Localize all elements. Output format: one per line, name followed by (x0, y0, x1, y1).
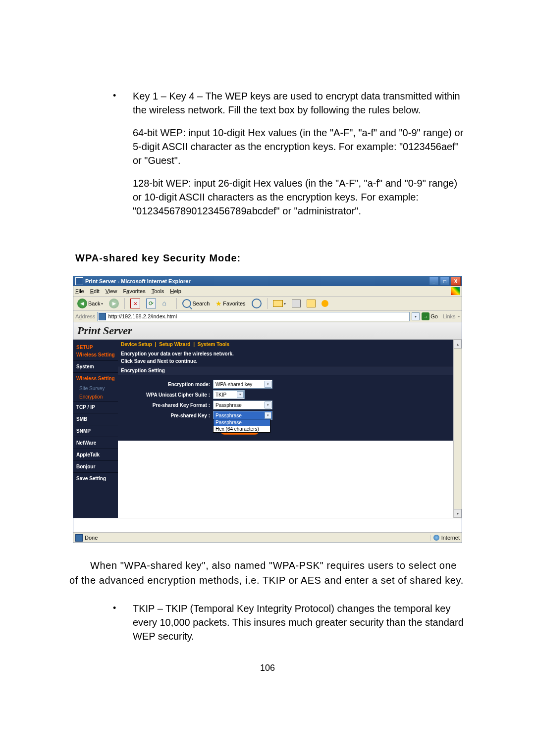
history-button[interactable] (250, 298, 264, 309)
print-icon (292, 300, 301, 307)
mail-button[interactable]: ▾ (271, 299, 288, 308)
sidebar-item-snmp[interactable]: SNMP (73, 425, 118, 437)
close-button[interactable]: X (451, 277, 461, 286)
address-value: http://192.168.2.2/index.html (108, 313, 177, 319)
value-cipher-suite: TKIP (215, 392, 226, 398)
scroll-down-button[interactable]: ▾ (454, 509, 462, 518)
globe-icon (433, 535, 439, 541)
go-button[interactable]: → Go (422, 312, 438, 320)
scrollbar[interactable]: ▴ ▾ (453, 340, 462, 518)
select-key-format[interactable]: Passphrase ▾ (213, 401, 272, 409)
app-body: SETUP Wireless Setting System Wireless S… (73, 340, 453, 518)
edit-button[interactable] (305, 299, 318, 308)
sidebar-item-wireless-setting[interactable]: Wireless Setting (73, 372, 118, 384)
address-label: Address (75, 313, 95, 319)
wep-key-desc: Key 1 – Key 4 – The WEP keys are used to… (133, 89, 466, 218)
value-preshared-key: Passphrase (215, 413, 242, 418)
menu-file[interactable]: File (75, 288, 84, 294)
bullet-dot: • (113, 89, 133, 218)
app-header: Print Server (73, 322, 462, 340)
sidebar-item-netware[interactable]: NetWare (73, 437, 118, 449)
search-icon (182, 299, 191, 308)
address-dropdown[interactable]: ▾ (412, 312, 420, 320)
forward-icon: ► (109, 299, 119, 308)
done-icon (75, 534, 83, 542)
encryption-setting-header: Encryption Setting (118, 366, 453, 375)
maximize-button[interactable]: □ (440, 277, 450, 286)
wpa-psk-para: When "WPA-shared key", also named "WPA-P… (69, 558, 466, 588)
wep-128bit-para: 128-bit WEP: input 26-digit Hex values (… (133, 176, 466, 218)
menu-edit[interactable]: Edit (90, 288, 100, 294)
menu-view[interactable]: View (106, 288, 117, 294)
wpa-section-title: WPA-shared key Security Mode: (75, 252, 466, 264)
ie-icon (75, 277, 83, 285)
sidebar-sub-site-survey[interactable]: Site Survey (73, 384, 118, 393)
breadcrumb: Device Setup | Setup Wizard | System Too… (118, 340, 453, 349)
label-preshared-key: Pre-shared Key : (121, 413, 213, 418)
value-key-format: Passphrase (215, 403, 242, 408)
scroll-track[interactable] (454, 349, 462, 509)
refresh-icon: ⟳ (146, 299, 156, 308)
option-hex[interactable]: Hex (64 characters) (214, 426, 270, 432)
content-desc-2: Click Save and Next to continue. (118, 357, 453, 366)
menu-favorites[interactable]: Favorites (123, 288, 145, 294)
option-passphrase[interactable]: Passphrase (214, 419, 270, 426)
sidebar-item-system[interactable]: System (73, 360, 118, 372)
scroll-up-button[interactable]: ▴ (454, 340, 462, 349)
chevron-down-icon: ▾ (265, 412, 271, 419)
print-button[interactable] (290, 299, 303, 308)
sidebar-item-bonjour[interactable]: Bonjour (73, 460, 118, 472)
chevron-down-icon: ▾ (237, 391, 244, 398)
window-titlebar: Print Server - Microsoft Internet Explor… (73, 276, 462, 286)
refresh-button[interactable]: ⟳ (144, 298, 158, 309)
favorites-button[interactable]: ★Favorites (214, 299, 247, 308)
menubar: File Edit View Favorites Tools Help (73, 286, 462, 297)
sidebar-sub-encryption[interactable]: Encryption (73, 393, 118, 401)
links-label[interactable]: Links (443, 313, 456, 319)
chevron-down-icon: ▾ (265, 381, 271, 388)
edit-icon (307, 300, 316, 307)
address-field[interactable]: http://192.168.2.2/index.html (97, 312, 410, 321)
select-encryption-mode[interactable]: WPA-shared key ▾ (213, 380, 272, 389)
sidebar-item-save-setting[interactable]: Save Setting (73, 472, 118, 484)
status-zone-label: Internet (441, 535, 460, 541)
home-button[interactable]: ⌂ (160, 298, 173, 309)
address-bar: Address http://192.168.2.2/index.html ▾ … (73, 311, 462, 322)
go-label: Go (430, 313, 438, 319)
stop-button[interactable]: × (128, 298, 142, 309)
menu-help[interactable]: Help (170, 288, 181, 294)
content-whitespace (118, 441, 453, 515)
window-title: Print Server - Microsoft Internet Explor… (85, 278, 429, 284)
minimize-button[interactable]: _ (429, 277, 439, 286)
value-encryption-mode: WPA-shared key (215, 382, 252, 387)
forward-button[interactable]: ► (107, 298, 121, 309)
crumb-device-setup[interactable]: Device Setup (121, 342, 152, 347)
search-button[interactable]: Search (180, 298, 212, 309)
crumb-setup-wizard[interactable]: Setup Wizard (159, 342, 190, 347)
menu-tools[interactable]: Tools (152, 288, 164, 294)
crumb-system-tools[interactable]: System Tools (198, 342, 229, 347)
select-cipher-suite[interactable]: TKIP ▾ (213, 390, 245, 399)
label-key-format: Pre-shared Key Format : (121, 403, 213, 408)
back-button[interactable]: ◄ Back ▾ (75, 298, 105, 309)
dropdown-preshared-key[interactable]: Passphrase Hex (64 characters) (213, 419, 270, 433)
toolbar: ◄ Back ▾ ► × ⟳ ⌂ Search ★Favorites ▾ (73, 297, 462, 311)
sidebar-setup: SETUP (73, 343, 118, 352)
windows-flag-icon (451, 287, 460, 295)
go-icon: → (422, 312, 429, 320)
chevron-down-icon: ▾ (265, 402, 271, 408)
back-label: Back (88, 301, 100, 306)
wep-64bit-para: 64-bit WEP: input 10-digit Hex values (i… (133, 126, 466, 167)
messenger-button[interactable] (320, 299, 330, 308)
sidebar-item-appletalk[interactable]: AppleTalk (73, 449, 118, 460)
star-icon: ★ (215, 300, 222, 307)
sidebar-item-tcpip[interactable]: TCP / IP (73, 401, 118, 413)
messenger-icon (321, 300, 328, 307)
app-title: Print Server (77, 324, 132, 337)
search-label: Search (192, 301, 210, 306)
ie-window: Print Server - Microsoft Internet Explor… (73, 276, 462, 543)
status-zone: Internet (430, 535, 460, 541)
favorites-label: Favorites (223, 301, 245, 306)
home-icon: ⌂ (162, 299, 171, 308)
sidebar-item-smb[interactable]: SMB (73, 413, 118, 425)
